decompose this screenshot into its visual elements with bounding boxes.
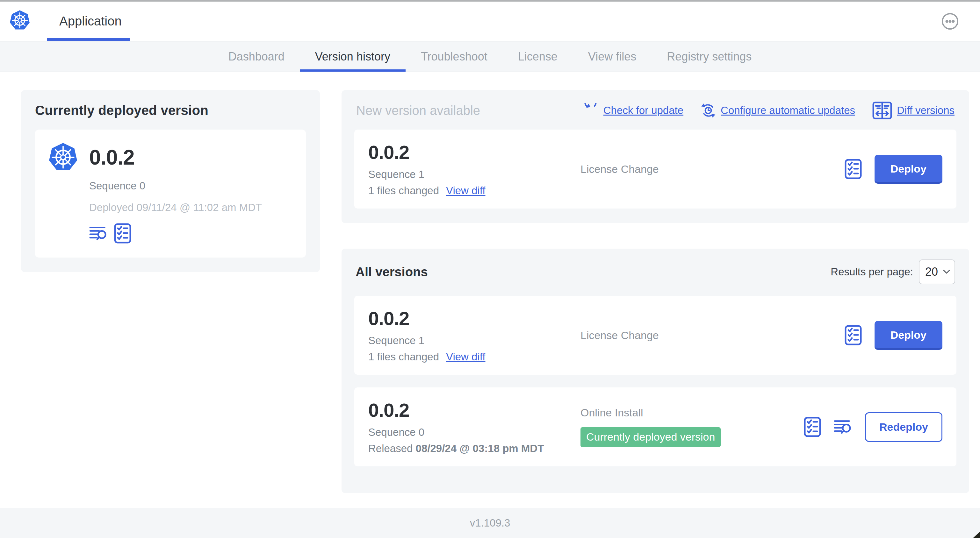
currently-deployed-panel: Currently deployed version 0.0.2 Sequenc… [21, 90, 320, 272]
currently-deployed-card: 0.0.2 Sequence 0 Deployed 09/11/24 @ 11:… [35, 130, 306, 257]
deployed-timestamp: Deployed 09/11/24 @ 11:02 am MDT [89, 202, 262, 214]
app-navbar: Dashboard Version history Troubleshoot L… [0, 41, 980, 72]
version-sequence: Sequence 1 [368, 335, 581, 347]
new-version-card: 0.0.2 Sequence 1 1 files changed View di… [354, 130, 956, 208]
checklist-icon [804, 417, 821, 437]
tab-view-files[interactable]: View files [573, 41, 652, 71]
app-footer: v1.109.3 [0, 508, 980, 538]
tab-registry-settings[interactable]: Registry settings [652, 41, 767, 71]
all-versions-title: All versions [356, 265, 428, 279]
redeploy-button[interactable]: Redeploy [865, 412, 942, 442]
more-options-button[interactable] [941, 13, 959, 30]
version-number: 0.0.2 [368, 308, 581, 330]
preflight-checks-button[interactable] [804, 417, 821, 437]
tab-dashboard[interactable]: Dashboard [213, 41, 300, 71]
active-app-tab-underline [47, 38, 130, 41]
cursor-artifact [970, 530, 980, 538]
checklist-icon [845, 325, 862, 345]
diff-icon [872, 102, 892, 119]
tab-troubleshoot[interactable]: Troubleshoot [406, 41, 503, 71]
check-for-update-link[interactable]: Check for update [584, 103, 683, 118]
version-source: License Change [581, 163, 659, 175]
deployed-version-number: 0.0.2 [89, 142, 262, 172]
files-changed-text: 1 files changed [368, 351, 439, 363]
version-sequence: Sequence 0 [368, 426, 581, 438]
preflight-checks-button[interactable] [114, 223, 131, 244]
version-history-row: 0.0.2 Sequence 0 Released 08/29/24 @ 03:… [354, 387, 956, 467]
new-version-panel: New version available Check for update [342, 90, 969, 223]
version-source: License Change [581, 329, 659, 341]
currently-deployed-badge: Currently deployed version [581, 427, 721, 447]
kubernetes-logo-icon [9, 10, 30, 31]
version-number: 0.0.2 [368, 399, 581, 421]
kubernetes-logo-icon [48, 142, 78, 172]
checklist-icon [845, 159, 862, 179]
console-version: v1.109.3 [470, 517, 511, 529]
deploy-button[interactable]: Deploy [875, 155, 942, 184]
view-diff-link[interactable]: View diff [446, 185, 485, 197]
view-logs-button[interactable] [89, 225, 108, 241]
refresh-icon [584, 103, 599, 118]
version-sequence: Sequence 1 [368, 168, 581, 181]
released-timestamp: Released 08/29/24 @ 03:18 pm MDT [368, 443, 544, 455]
preflight-checks-button[interactable] [845, 325, 862, 345]
deploy-button[interactable]: Deploy [875, 321, 942, 350]
version-history-row: 0.0.2 Sequence 1 1 files changed View di… [354, 296, 956, 375]
new-version-title: New version available [356, 103, 480, 118]
tab-version-history[interactable]: Version history [300, 41, 406, 71]
view-diff-link[interactable]: View diff [446, 351, 485, 363]
diff-versions-link[interactable]: Diff versions [872, 102, 955, 119]
tab-application[interactable]: Application [59, 14, 122, 29]
all-versions-panel: All versions Results per page: 20 0.0.2 [342, 249, 969, 493]
view-logs-icon [89, 225, 108, 241]
version-source: Online Install [581, 406, 643, 419]
checklist-icon [114, 223, 131, 244]
view-logs-button[interactable] [834, 419, 852, 435]
results-per-page-select[interactable]: 20 [919, 259, 955, 284]
view-logs-icon [834, 419, 852, 435]
tab-license[interactable]: License [503, 41, 573, 71]
main-content: Currently deployed version 0.0.2 Sequenc… [0, 72, 980, 493]
right-column: New version available Check for update [342, 90, 969, 493]
deployed-sequence: Sequence 0 [89, 180, 262, 192]
version-number: 0.0.2 [368, 141, 581, 163]
currently-deployed-title: Currently deployed version [35, 103, 306, 118]
preflight-checks-button[interactable] [845, 159, 862, 179]
results-per-page-label: Results per page: [830, 266, 913, 278]
configure-automatic-updates-link[interactable]: Configure automatic updates [701, 103, 855, 118]
auto-update-clock-icon [701, 103, 716, 118]
chevron-down-icon [943, 270, 950, 274]
ellipsis-icon [941, 13, 959, 30]
app-header: Application [0, 2, 980, 41]
files-changed-text: 1 files changed [368, 185, 439, 197]
